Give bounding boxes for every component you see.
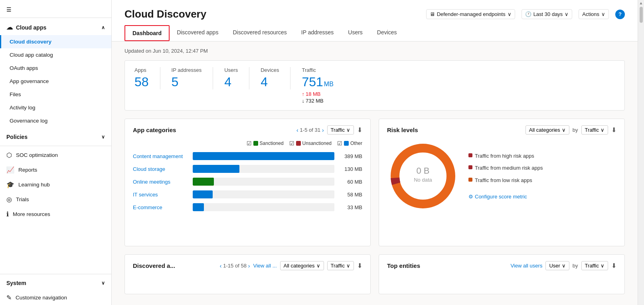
top-entities-header: Top entities View all users User ∨ by Tr… bbox=[387, 261, 616, 270]
discovered-apps-card: Discovered a... ‹ 1-15 of 58 › View all … bbox=[124, 254, 371, 294]
bar-track bbox=[193, 190, 334, 198]
disc-prev-arrow[interactable]: ‹ bbox=[220, 263, 222, 269]
sidebar: ☰ ☁ Cloud apps ∧ Cloud discovery Cloud a… bbox=[0, 0, 112, 305]
checkbox-other[interactable]: ☑ bbox=[337, 140, 342, 147]
ip-label: IP addresses bbox=[172, 67, 202, 73]
bar-fill bbox=[193, 152, 334, 160]
header-actions: 🖥 Defender-managed endpoints ∨ 🕐 Last 30… bbox=[426, 9, 625, 19]
entities-traffic-dropdown[interactable]: Traffic ∨ bbox=[581, 261, 608, 270]
sidebar-item-app-governance[interactable]: App governance bbox=[0, 75, 111, 88]
sidebar-item-oauth-apps[interactable]: OAuth apps bbox=[0, 61, 111, 75]
bar-chart: Content management 389 MB Cloud storage … bbox=[133, 152, 362, 211]
tab-devices[interactable]: Devices bbox=[370, 25, 404, 41]
bar-label[interactable]: Cloud storage bbox=[133, 166, 189, 172]
hamburger-icon: ☰ bbox=[6, 6, 12, 13]
scroll-thumb[interactable] bbox=[640, 7, 643, 23]
apps-label: Apps bbox=[134, 67, 149, 73]
help-button[interactable]: ? bbox=[615, 10, 625, 19]
sidebar-item-trials[interactable]: ◎ Trials bbox=[0, 192, 111, 207]
traffic-unit: MB bbox=[324, 81, 334, 88]
sidebar-item-activity-log[interactable]: Activity log bbox=[0, 101, 111, 114]
sidebar-item-cloud-app-catalog[interactable]: Cloud app catalog bbox=[0, 48, 111, 61]
tab-users[interactable]: Users bbox=[341, 25, 370, 41]
devices-label: Devices bbox=[261, 67, 279, 73]
tab-discovered-resources[interactable]: Discovered resources bbox=[225, 25, 294, 41]
sidebar-item-label: Cloud app catalog bbox=[10, 52, 53, 58]
actions-button[interactable]: Actions ∨ bbox=[579, 9, 609, 19]
app-categories-pagination: ‹ 1-5 of 31 › bbox=[296, 127, 324, 133]
bottom-cards-row: Discovered a... ‹ 1-15 of 58 › View all … bbox=[124, 254, 625, 294]
risk-categories-dropdown[interactable]: All categories ∨ bbox=[525, 125, 569, 135]
bar-label[interactable]: Online meetings bbox=[133, 179, 189, 185]
risk-levels-header: Risk levels All categories ∨ by Traffic … bbox=[387, 125, 616, 135]
sidebar-section-system[interactable]: System ∨ bbox=[0, 276, 111, 290]
next-page-arrow[interactable]: › bbox=[322, 127, 324, 133]
time-chevron-icon: ∨ bbox=[565, 11, 569, 17]
sidebar-section-policies[interactable]: Policies ∨ bbox=[0, 130, 111, 144]
tab-discovered-apps[interactable]: Discovered apps bbox=[170, 25, 225, 41]
endpoints-chevron-icon: ∨ bbox=[508, 11, 512, 17]
tab-ip-addresses[interactable]: IP addresses bbox=[294, 25, 341, 41]
configure-score-metric-link[interactable]: ⚙ Configure score metric bbox=[468, 194, 543, 200]
view-all-link[interactable]: View all ... bbox=[253, 263, 277, 269]
discovered-apps-title: Discovered a... bbox=[133, 262, 175, 269]
sidebar-item-soc-optimization[interactable]: ⬡ SOC optimization bbox=[0, 148, 111, 162]
disc-traffic-dropdown[interactable]: Traffic ∨ bbox=[327, 261, 354, 270]
up-arrow-icon: ↑ bbox=[302, 91, 304, 97]
other-dot bbox=[344, 141, 349, 146]
prev-page-arrow[interactable]: ‹ bbox=[296, 127, 298, 133]
tab-dashboard[interactable]: Dashboard bbox=[124, 25, 170, 41]
sidebar-item-customize-navigation[interactable]: ✎ Customize navigation bbox=[0, 290, 111, 305]
bar-label[interactable]: E-commerce bbox=[133, 204, 189, 210]
bar-content-management: Content management 389 MB bbox=[133, 152, 362, 160]
sidebar-item-files[interactable]: Files bbox=[0, 88, 111, 101]
checkbox-sanctioned[interactable]: ☑ bbox=[247, 140, 252, 147]
unsanctioned-label: Unsanctioned bbox=[302, 141, 332, 146]
sidebar-item-label: OAuth apps bbox=[10, 65, 38, 71]
bar-value: 60 MB bbox=[338, 179, 362, 185]
bar-track bbox=[193, 203, 334, 211]
disc-categories-dropdown[interactable]: All categories ∨ bbox=[280, 261, 324, 270]
sidebar-item-more-resources[interactable]: ℹ More resources bbox=[0, 207, 111, 222]
view-all-users-link[interactable]: View all users bbox=[510, 263, 542, 269]
sidebar-item-governance-log[interactable]: Governance log bbox=[0, 114, 111, 127]
disc-download-button[interactable]: ⬇ bbox=[357, 262, 362, 269]
traffic-up: ↑ 18 MB bbox=[302, 91, 333, 97]
devices-value: 4 bbox=[261, 75, 279, 89]
right-scrollbar[interactable]: ▲ bbox=[638, 0, 644, 305]
actions-label: Actions bbox=[582, 11, 599, 17]
bar-online-meetings: Online meetings 60 MB bbox=[133, 178, 362, 186]
bar-label[interactable]: Content management bbox=[133, 153, 189, 159]
sidebar-hamburger[interactable]: ☰ bbox=[0, 0, 111, 16]
risk-levels-card: Risk levels All categories ∨ by Traffic … bbox=[379, 119, 625, 246]
risk-download-button[interactable]: ⬇ bbox=[611, 126, 616, 134]
time-range-button[interactable]: 🕐 Last 30 days ∨ bbox=[522, 9, 573, 19]
sidebar-section-cloud-apps[interactable]: ☁ Cloud apps ∧ bbox=[0, 20, 111, 35]
bar-cloud-storage: Cloud storage 130 MB bbox=[133, 165, 362, 173]
traffic-down: ↓ 732 MB bbox=[302, 98, 333, 104]
bar-value: 33 MB bbox=[338, 204, 362, 210]
app-categories-card: App categories ‹ 1-5 of 31 › Traffic ∨ ⬇ bbox=[124, 119, 371, 246]
bar-label[interactable]: IT services bbox=[133, 192, 189, 198]
more-resources-icon: ℹ bbox=[6, 210, 9, 218]
customize-icon: ✎ bbox=[6, 294, 12, 301]
disc-filter2-label: Traffic bbox=[331, 263, 345, 269]
endpoints-button[interactable]: 🖥 Defender-managed endpoints ∨ bbox=[426, 9, 515, 19]
traffic-filter-dropdown[interactable]: Traffic ∨ bbox=[327, 125, 354, 135]
checkbox-unsanctioned[interactable]: ☑ bbox=[289, 140, 294, 147]
scroll-up-arrow[interactable]: ▲ bbox=[639, 1, 643, 5]
sidebar-item-cloud-discovery[interactable]: Cloud discovery bbox=[0, 35, 111, 48]
ip-value: 5 bbox=[172, 75, 202, 89]
discovered-apps-header: Discovered a... ‹ 1-15 of 58 › View all … bbox=[133, 261, 362, 270]
disc-next-arrow[interactable]: › bbox=[248, 263, 250, 269]
legend-sanctioned: ☑ Sanctioned bbox=[247, 140, 284, 147]
sidebar-item-reports[interactable]: 📈 Reports bbox=[0, 162, 111, 177]
entities-download-button[interactable]: ⬇ bbox=[611, 262, 616, 269]
cards-row: App categories ‹ 1-5 of 31 › Traffic ∨ ⬇ bbox=[124, 119, 625, 246]
download-button[interactable]: ⬇ bbox=[357, 126, 362, 134]
entities-user-dropdown[interactable]: User ∨ bbox=[545, 261, 569, 270]
svg-text:No data: No data bbox=[414, 177, 432, 183]
sidebar-item-learning-hub[interactable]: 🎓 Learning hub bbox=[0, 177, 111, 192]
entities-filter1-label: User bbox=[549, 263, 560, 269]
risk-by-dropdown[interactable]: Traffic ∨ bbox=[581, 125, 608, 135]
